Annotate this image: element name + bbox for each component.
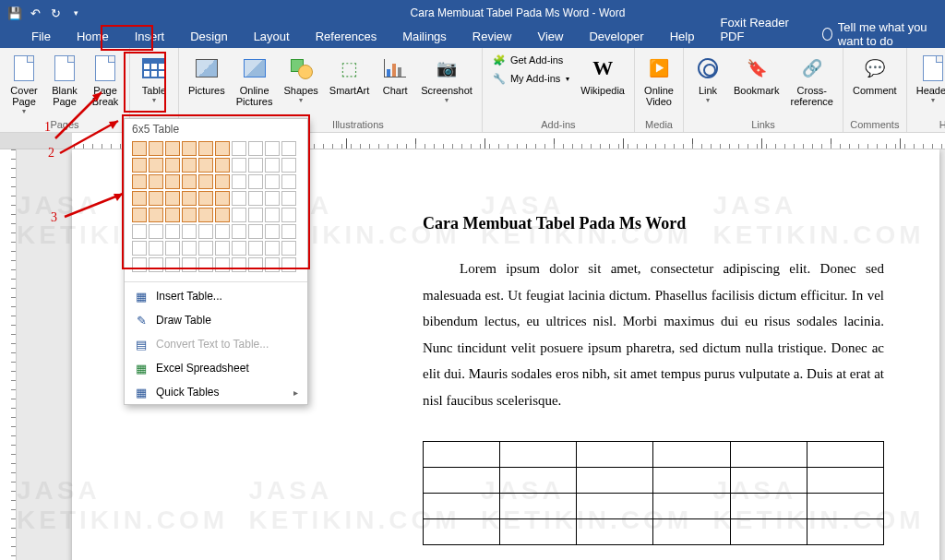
table-grid-cell[interactable] — [248, 191, 263, 206]
table-grid-cell[interactable] — [248, 257, 263, 272]
undo-icon[interactable]: ↶ — [28, 6, 42, 20]
table-grid-cell[interactable] — [182, 191, 197, 206]
redo-icon[interactable]: ↻ — [48, 6, 63, 20]
table-grid-cell[interactable] — [198, 141, 213, 156]
table-grid-cell[interactable] — [132, 257, 147, 272]
table-grid-cell[interactable] — [198, 158, 213, 173]
cover-page-button[interactable]: CoverPage▾ — [6, 52, 42, 117]
table-grid-cell[interactable] — [182, 208, 197, 222]
table-grid-cell[interactable] — [232, 158, 246, 173]
table-grid-cell[interactable] — [281, 208, 296, 222]
table-cell[interactable] — [730, 494, 807, 519]
tab-view[interactable]: View — [524, 26, 576, 48]
table-grid-cell[interactable] — [132, 174, 147, 189]
table-grid-cell[interactable] — [198, 174, 213, 189]
table-grid-cell[interactable] — [182, 141, 197, 156]
insert-table-item[interactable]: ▦Insert Table... — [125, 284, 307, 308]
table-grid-cell[interactable] — [248, 174, 263, 189]
table-grid-cell[interactable] — [149, 141, 163, 156]
table-grid-cell[interactable] — [281, 257, 296, 272]
table-grid-cell[interactable] — [132, 158, 147, 173]
table-cell[interactable] — [653, 519, 730, 545]
table-cell[interactable] — [807, 494, 883, 519]
table-grid-cell[interactable] — [281, 224, 296, 239]
draw-table-item[interactable]: ✎Draw Table — [125, 308, 307, 332]
bookmark-button[interactable]: 🔖Bookmark — [730, 52, 784, 98]
table-cell[interactable] — [730, 519, 807, 545]
table-cell[interactable] — [577, 494, 653, 519]
table-grid-cell[interactable] — [132, 208, 147, 222]
wikipedia-button[interactable]: WWikipedia — [577, 52, 628, 98]
table-cell[interactable] — [577, 468, 653, 494]
excel-spreadsheet-item[interactable]: ▦Excel Spreadsheet — [125, 356, 307, 380]
table-grid-cell[interactable] — [165, 257, 180, 272]
table-grid-cell[interactable] — [248, 158, 263, 173]
table-grid-cell[interactable] — [265, 241, 280, 256]
table-grid-cell[interactable] — [215, 208, 230, 222]
table-cell[interactable] — [807, 442, 883, 468]
save-icon[interactable]: 💾 — [7, 6, 22, 20]
table-cell[interactable] — [424, 519, 500, 545]
screenshot-button[interactable]: 📷Screenshot▾ — [417, 52, 476, 106]
table-cell[interactable] — [577, 442, 653, 468]
table-grid-cell[interactable] — [281, 141, 296, 156]
table-grid-cell[interactable] — [265, 224, 280, 239]
table-cell[interactable] — [807, 519, 883, 545]
tell-me[interactable]: Tell me what you want to do — [822, 20, 945, 48]
vertical-ruler[interactable] — [0, 149, 17, 560]
table-grid-cell[interactable] — [232, 208, 246, 222]
header-button[interactable]: Header▾ — [913, 52, 945, 106]
table-grid-cell[interactable] — [281, 174, 296, 189]
table-grid-cell[interactable] — [215, 141, 230, 156]
table-grid-cell[interactable] — [165, 208, 180, 222]
table-grid-cell[interactable] — [165, 174, 180, 189]
table-grid-cell[interactable] — [165, 191, 180, 206]
tab-file[interactable]: File — [18, 26, 64, 48]
table-cell[interactable] — [730, 468, 807, 494]
table-button[interactable]: Table▾ — [136, 52, 173, 106]
table-grid-cell[interactable] — [182, 174, 197, 189]
table-grid-cell[interactable] — [149, 158, 163, 173]
cross-reference-button[interactable]: 🔗Cross-reference — [787, 52, 837, 109]
table-grid-cell[interactable] — [182, 158, 197, 173]
table-cell[interactable] — [500, 468, 577, 494]
tab-review[interactable]: Review — [460, 26, 525, 48]
table-cell[interactable] — [807, 468, 883, 494]
tab-help[interactable]: Help — [657, 26, 708, 48]
table-cell[interactable] — [500, 494, 577, 519]
link-button[interactable]: Link▾ — [689, 52, 726, 106]
table-grid-cell[interactable] — [149, 191, 163, 206]
tab-foxit[interactable]: Foxit Reader PDF — [707, 12, 804, 48]
table-grid-cell[interactable] — [281, 191, 296, 206]
table-cell[interactable] — [424, 494, 500, 519]
table-grid-cell[interactable] — [182, 241, 197, 256]
table-grid-cell[interactable] — [215, 191, 230, 206]
table-cell[interactable] — [730, 442, 807, 468]
get-addins-button[interactable]: 🧩Get Add-ins — [488, 52, 573, 68]
table-grid-cell[interactable] — [149, 257, 163, 272]
table-grid-cell[interactable] — [265, 208, 280, 222]
table-grid-cell[interactable] — [232, 141, 246, 156]
table-cell[interactable] — [424, 468, 500, 494]
table-grid-cell[interactable] — [198, 208, 213, 222]
table-grid-cell[interactable] — [149, 208, 163, 222]
table-grid-cell[interactable] — [132, 241, 147, 256]
tab-mailings[interactable]: Mailings — [389, 26, 460, 48]
table-grid-cell[interactable] — [165, 141, 180, 156]
table-grid-cell[interactable] — [215, 224, 230, 239]
table-grid-cell[interactable] — [232, 257, 246, 272]
table-cell[interactable] — [653, 442, 730, 468]
my-addins-button[interactable]: 🔧My Add-ins▾ — [488, 70, 573, 87]
table-cell[interactable] — [653, 494, 730, 519]
table-grid-cell[interactable] — [281, 241, 296, 256]
qat-more-icon[interactable]: ▾ — [68, 6, 83, 20]
table-grid-cell[interactable] — [248, 224, 263, 239]
table-grid-cell[interactable] — [232, 241, 246, 256]
smartart-button[interactable]: ⬚SmartArt — [326, 52, 373, 98]
table-grid-cell[interactable] — [232, 224, 246, 239]
tab-developer[interactable]: Developer — [576, 26, 656, 48]
table-size-grid[interactable] — [125, 137, 307, 280]
inserted-table[interactable] — [423, 441, 884, 545]
table-grid-cell[interactable] — [215, 241, 230, 256]
table-grid-cell[interactable] — [265, 191, 280, 206]
